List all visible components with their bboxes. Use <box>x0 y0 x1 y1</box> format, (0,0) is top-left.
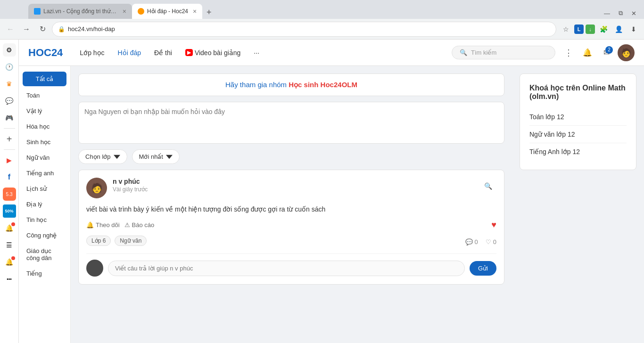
cat-ngu-van[interactable]: Ngữ văn <box>21 150 68 165</box>
nav-message-btn[interactable]: ✉ 2 <box>599 45 614 60</box>
sidebar-settings-icon[interactable]: ⚙ <box>3 43 16 57</box>
nav-bell-btn[interactable]: 🔔 <box>580 45 595 60</box>
cat-vat-ly[interactable]: Vật lý <box>21 104 68 118</box>
browser-sidebar: ⚙ 🕐 ♛ 💬 🎮 + ▶ f 5.3 50% 🔔 ☰ 🔔 ••• <box>0 40 19 343</box>
comment-icon: 💬 <box>465 238 473 245</box>
promo-text-group: Học sinh Hoc24OLM <box>289 81 357 89</box>
post-input[interactable] <box>84 108 498 136</box>
ext-icon-download[interactable]: ↓ <box>586 24 595 34</box>
nav-dots-btn[interactable]: ⋮ <box>561 45 576 60</box>
nav-more[interactable]: ··· <box>248 46 265 59</box>
address-bar: ← → ↻ 🔒 hoc24.vn/hoi-dap ☆ L ↓ 🧩 👤 ⬇ <box>0 19 644 40</box>
user-avatar[interactable]: 🧑 <box>618 44 635 61</box>
sidebar-list-icon[interactable]: ☰ <box>3 238 16 252</box>
report-label: Báo cáo <box>132 221 155 229</box>
sidebar-facebook-icon[interactable]: f <box>3 171 16 184</box>
bookmark-btn[interactable]: ☆ <box>559 23 572 36</box>
class-filter-arrow-icon <box>114 154 120 160</box>
search-bar[interactable]: 🔍 Tìm kiếm <box>452 46 555 59</box>
account-btn[interactable]: 👤 <box>612 23 625 36</box>
course-ngu-van-12[interactable]: Ngữ văn lớp 12 <box>529 126 627 143</box>
cat-toan[interactable]: Toán <box>21 88 68 103</box>
filter-bar: Chọn lớp Mới nhất <box>78 149 504 164</box>
sidebar-alert-icon[interactable]: 🔔 <box>3 255 16 269</box>
cat-sinh-hoc[interactable]: Sinh học <box>21 135 68 149</box>
sort-filter-dropdown[interactable]: Mới nhất <box>132 149 180 164</box>
sidebar-add-icon[interactable]: + <box>3 132 16 146</box>
courses-box: Khoá học trên Online Math (olm.vn) Toán … <box>520 74 636 170</box>
nav-hoi-dap[interactable]: Hỏi đáp <box>112 46 147 59</box>
post-content: viết bài và trình bày ý kiến về một hiện… <box>86 204 496 214</box>
tag-ngu-van[interactable]: Ngữ văn <box>115 236 147 246</box>
cat-tin-hoc[interactable]: Tin học <box>21 212 68 227</box>
post-author-avatar: 🧑 <box>86 178 107 198</box>
report-icon: ⚠ <box>124 221 130 229</box>
lazi-favicon <box>34 8 41 15</box>
search-icon: 🔍 <box>460 49 467 56</box>
tab-hoc24-title: Hỏi đáp - Hoc24 <box>147 8 188 15</box>
extensions-btn[interactable]: 🧩 <box>597 23 610 36</box>
sidebar-youtube-icon[interactable]: ▶ <box>3 154 16 167</box>
refresh-button[interactable]: ↻ <box>36 23 49 36</box>
window-close[interactable]: ✕ <box>627 8 640 19</box>
post-search-btn[interactable]: 🔍 <box>479 178 496 195</box>
sidebar-crown-icon[interactable]: ♛ <box>3 77 16 90</box>
sidebar-more-icon[interactable]: ••• <box>3 272 16 286</box>
sidebar-notif-icon[interactable]: 🔔 <box>3 221 16 235</box>
sidebar-divider-2 <box>4 149 15 150</box>
back-button[interactable]: ← <box>4 23 17 36</box>
sidebar-game-icon[interactable]: 🎮 <box>3 111 16 124</box>
tag-lop6[interactable]: Lớp 6 <box>86 236 111 246</box>
url-text: hoc24.vn/hoi-dap <box>68 25 115 33</box>
tab-hoc24[interactable]: Hỏi đáp - Hoc24 × <box>132 4 202 19</box>
post-stats: 💬 0 ♡ 0 <box>465 238 496 245</box>
url-bar[interactable]: 🔒 hoc24.vn/hoi-dap <box>52 22 556 37</box>
reply-input[interactable] <box>108 261 465 276</box>
sidebar-chat-icon[interactable]: 💬 <box>3 94 16 107</box>
logo[interactable]: HOC24 <box>28 47 63 59</box>
window-restore[interactable]: ⧉ <box>615 8 627 19</box>
tab-hoc24-close[interactable]: × <box>193 8 197 15</box>
cat-cong-nghe[interactable]: Công nghệ <box>21 228 68 243</box>
post-header: 🧑 n v phúc Vài giây trước 🔍 <box>86 178 496 198</box>
cat-lich-su[interactable]: Lịch sử <box>21 181 68 196</box>
nav-de-thi[interactable]: Đề thi <box>149 46 178 59</box>
main-content: Hãy tham gia nhóm Học sinh Hoc24OLM Chọn… <box>71 66 512 343</box>
sort-filter-label: Mới nhất <box>139 153 163 160</box>
courses-title: Khoá học trên Online Math (olm.vn) <box>529 83 627 101</box>
cat-tieng[interactable]: Tiếng <box>21 266 68 281</box>
course-toan-12[interactable]: Toán lớp 12 <box>529 108 627 126</box>
sidebar-history-icon[interactable]: 🕐 <box>3 60 16 74</box>
browser-download-btn[interactable]: ⬇ <box>627 23 640 36</box>
nav-lop-hoc[interactable]: Lớp học <box>74 46 110 59</box>
comment-stat: 💬 0 <box>465 238 478 245</box>
promo-banner[interactable]: Hãy tham gia nhóm Học sinh Hoc24OLM <box>78 74 504 96</box>
post-meta: n v phúc Vài giây trước <box>113 178 479 193</box>
like-stat: ♡ 0 <box>486 238 496 245</box>
window-minimize[interactable]: — <box>600 8 614 19</box>
forward-button[interactable]: → <box>20 23 33 36</box>
page: HOC24 Lớp học Hỏi đáp Đề thi ▶ Video bài… <box>19 40 644 343</box>
cat-all-btn[interactable]: Tất cả <box>23 72 66 86</box>
tab-lazi[interactable]: Lazi.vn - Cộng đồng tri thức... × <box>28 4 132 19</box>
nav-video-label: Video bài giảng <box>195 49 240 57</box>
course-tieng-anh-12[interactable]: Tiếng Anh lớp 12 <box>529 143 627 160</box>
cat-gdcd[interactable]: Giáo dục công dân <box>21 244 68 265</box>
new-tab-button[interactable]: + <box>202 6 215 19</box>
ext-icon-l[interactable]: L <box>574 24 584 34</box>
reply-avatar <box>86 260 103 277</box>
sidebar-tiki-icon[interactable]: 50% <box>3 204 16 218</box>
follow-action[interactable]: 🔔 Theo dõi <box>86 221 120 229</box>
tab-lazi-close[interactable]: × <box>123 8 126 15</box>
post-time: Vài giây trước <box>113 186 479 193</box>
reply-send-button[interactable]: Gửi <box>470 261 496 276</box>
nav-video[interactable]: ▶ Video bài giảng <box>180 46 246 59</box>
class-filter-dropdown[interactable]: Chọn lớp <box>78 149 127 164</box>
sidebar-shop-icon[interactable]: 5.3 <box>3 188 16 201</box>
cat-tieng-anh[interactable]: Tiếng anh <box>21 166 68 180</box>
report-action[interactable]: ⚠ Báo cáo <box>124 221 155 229</box>
cat-hoa-hoc[interactable]: Hóa học <box>21 119 68 134</box>
post-card: 🧑 n v phúc Vài giây trước 🔍 viết bài và … <box>78 170 504 285</box>
heart-filled[interactable]: ♥ <box>491 220 496 230</box>
cat-dia-ly[interactable]: Địa lý <box>21 197 68 212</box>
